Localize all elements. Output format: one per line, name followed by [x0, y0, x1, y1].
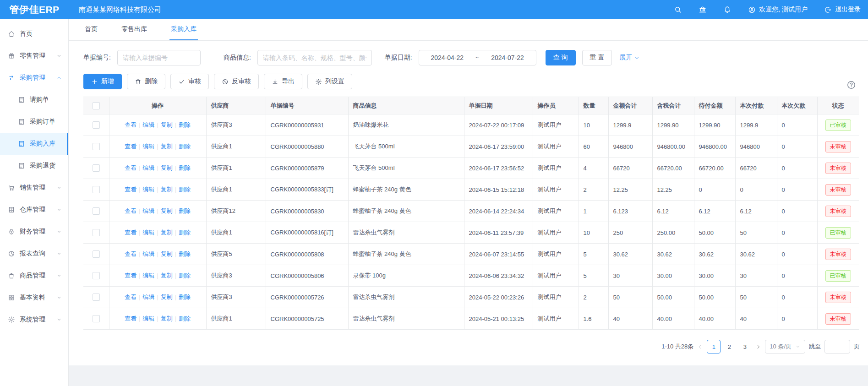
page-button-2[interactable]: 2: [722, 340, 736, 353]
copy-link[interactable]: 复制: [161, 186, 173, 193]
edit-link[interactable]: 编辑: [142, 164, 154, 171]
sidebar-item-报表查询[interactable]: 报表查询: [0, 243, 68, 265]
jump-page-input[interactable]: [824, 340, 850, 353]
unaudit-button[interactable]: 反审核: [214, 74, 259, 89]
delete-link[interactable]: 删除: [179, 121, 191, 128]
view-link[interactable]: 查看: [125, 121, 136, 128]
row-checkbox[interactable]: [93, 315, 100, 322]
sidebar-item-系统管理[interactable]: 系统管理: [0, 309, 68, 331]
view-link[interactable]: 查看: [125, 294, 136, 300]
gear-icon: [315, 78, 322, 85]
delete-link[interactable]: 删除: [179, 143, 191, 150]
help-icon[interactable]: [846, 80, 856, 92]
sidebar-item-基本资料[interactable]: 基本资料: [0, 287, 68, 309]
edit-link[interactable]: 编辑: [142, 207, 154, 214]
delete-link[interactable]: 删除: [179, 164, 191, 171]
order-no-input[interactable]: [117, 50, 201, 65]
row-checkbox[interactable]: [93, 121, 100, 129]
view-link[interactable]: 查看: [125, 315, 136, 322]
page-size-select[interactable]: 10 条/页: [765, 340, 805, 353]
page-button-1[interactable]: 1: [707, 340, 721, 353]
columns-button[interactable]: 列设置: [307, 74, 352, 89]
select-all-checkbox[interactable]: [93, 102, 100, 109]
view-link[interactable]: 查看: [125, 143, 136, 150]
copy-link[interactable]: 复制: [161, 143, 173, 150]
delete-button[interactable]: 删除: [127, 74, 165, 89]
delete-link[interactable]: 删除: [179, 272, 191, 279]
column-header: 数量: [579, 97, 608, 114]
export-button[interactable]: 导出: [264, 74, 302, 89]
copy-link[interactable]: 复制: [161, 294, 173, 300]
row-checkbox[interactable]: [93, 229, 100, 236]
delete-link[interactable]: 删除: [179, 229, 191, 236]
row-checkbox[interactable]: [93, 250, 100, 258]
tab-零售出库[interactable]: 零售出库: [120, 19, 148, 40]
sidebar-item-零售管理[interactable]: 零售管理: [0, 45, 68, 67]
copy-link[interactable]: 复制: [161, 121, 173, 128]
next-page-button[interactable]: [755, 344, 761, 350]
delete-link[interactable]: 删除: [179, 207, 191, 214]
view-link[interactable]: 查看: [125, 229, 136, 236]
row-checkbox[interactable]: [93, 207, 100, 215]
audit-button[interactable]: 审核: [170, 74, 209, 89]
sidebar-item-商品管理[interactable]: 商品管理: [0, 265, 68, 287]
view-link[interactable]: 查看: [125, 272, 136, 279]
row-checkbox[interactable]: [93, 186, 100, 193]
delete-link[interactable]: 删除: [179, 250, 191, 257]
copy-link[interactable]: 复制: [161, 250, 173, 257]
edit-link[interactable]: 编辑: [142, 315, 154, 322]
view-link[interactable]: 查看: [125, 186, 136, 193]
add-button[interactable]: 新增: [83, 74, 122, 89]
product-info-input[interactable]: [257, 50, 372, 65]
delete-link[interactable]: 删除: [179, 315, 191, 322]
sidebar-item-采购订单[interactable]: 采购订单: [0, 111, 68, 133]
cell-supplier: 供应商12: [206, 201, 266, 222]
sidebar-item-仓库管理[interactable]: 仓库管理: [0, 199, 68, 221]
copy-link[interactable]: 复制: [161, 207, 173, 214]
copy-link[interactable]: 复制: [161, 229, 173, 236]
view-link[interactable]: 查看: [125, 250, 136, 257]
link-separator: |: [139, 164, 140, 171]
cell-payable: 946800.00: [694, 136, 735, 158]
sidebar-item-采购管理[interactable]: 采购管理: [0, 67, 68, 89]
view-link[interactable]: 查看: [125, 164, 136, 171]
copy-link[interactable]: 复制: [161, 164, 173, 171]
expand-toggle[interactable]: 展开: [619, 54, 640, 62]
prev-page-button[interactable]: [697, 344, 703, 350]
sidebar-item-首页[interactable]: 首页: [0, 23, 68, 45]
date-range-picker[interactable]: 2024-04-22 ~ 2024-07-22: [419, 50, 536, 65]
sidebar-item-label: 系统管理: [20, 315, 45, 324]
edit-link[interactable]: 编辑: [142, 272, 154, 279]
row-checkbox[interactable]: [93, 164, 100, 172]
sidebar-item-财务管理[interactable]: 财务管理: [0, 221, 68, 243]
row-checkbox[interactable]: [93, 294, 100, 301]
logout-button[interactable]: 退出登录: [824, 5, 861, 14]
sidebar-item-请购单[interactable]: 请购单: [0, 89, 68, 111]
bell-icon[interactable]: [723, 5, 732, 14]
tab-首页[interactable]: 首页: [83, 19, 99, 40]
row-checkbox[interactable]: [93, 143, 100, 150]
sidebar-item-销售管理[interactable]: 销售管理: [0, 177, 68, 199]
edit-link[interactable]: 编辑: [142, 121, 154, 128]
sidebar-item-采购退货[interactable]: 采购退货: [0, 155, 68, 177]
bank-icon[interactable]: [699, 5, 707, 14]
edit-link[interactable]: 编辑: [142, 186, 154, 193]
row-checkbox[interactable]: [93, 272, 100, 279]
view-link[interactable]: 查看: [125, 207, 136, 214]
edit-link[interactable]: 编辑: [142, 294, 154, 300]
edit-link[interactable]: 编辑: [142, 143, 154, 150]
reset-button[interactable]: 重 置: [582, 50, 612, 65]
edit-link[interactable]: 编辑: [142, 250, 154, 257]
tab-采购入库[interactable]: 采购入库: [169, 19, 198, 40]
delete-link[interactable]: 删除: [179, 294, 191, 300]
cell-paid: 6.12: [735, 201, 777, 222]
copy-link[interactable]: 复制: [161, 272, 173, 279]
copy-link[interactable]: 复制: [161, 315, 173, 322]
search-button[interactable]: 查 询: [546, 50, 576, 65]
delete-link[interactable]: 删除: [179, 186, 191, 193]
search-icon[interactable]: [674, 5, 682, 14]
page-button-3[interactable]: 3: [738, 340, 752, 353]
welcome-user[interactable]: 欢迎您, 测试用户: [748, 5, 808, 14]
sidebar-item-采购入库[interactable]: 采购入库: [0, 133, 68, 155]
edit-link[interactable]: 编辑: [142, 229, 154, 236]
